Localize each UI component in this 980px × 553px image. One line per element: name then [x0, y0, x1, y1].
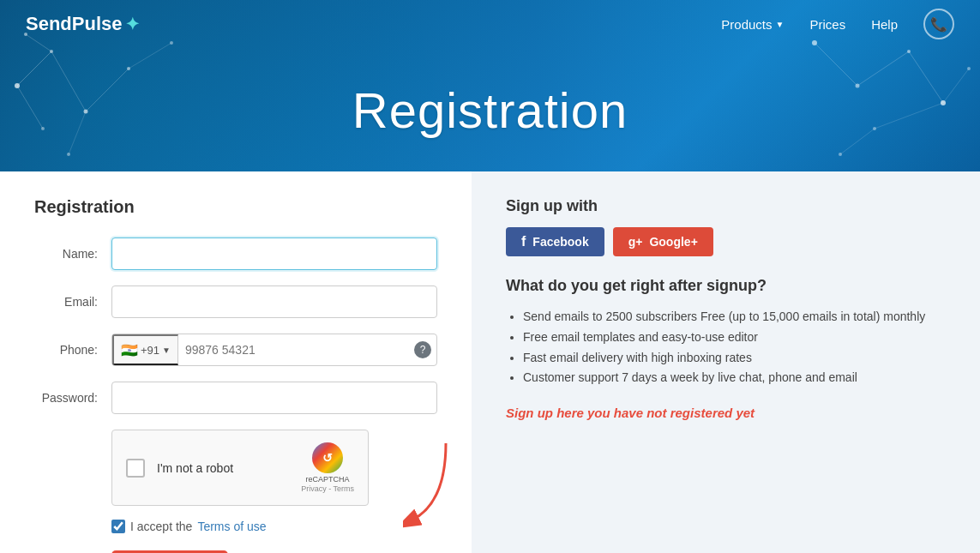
captcha-logo-area: ↺ reCAPTCHA Privacy - Terms [301, 442, 354, 493]
captcha-box[interactable]: I'm not a robot ↺ reCAPTCHA Privacy - Te… [111, 430, 369, 506]
facebook-icon: f [521, 234, 526, 249]
sign-up-with-title: Sign up with [506, 197, 954, 215]
phone-nav-button[interactable]: 📞 [923, 9, 954, 39]
logo: SendPulse ✦ [26, 13, 140, 35]
captcha-label: I'm not a robot [157, 461, 292, 475]
email-label: Email: [34, 295, 111, 309]
main-content: Registration Name: Email: Phone: 🇮🇳 +91 … [0, 171, 980, 553]
email-input[interactable] [111, 286, 437, 318]
phone-label: Phone: [34, 343, 111, 357]
name-row: Name: [34, 237, 437, 270]
benefit-item: Free email templates and easy-to-use edi… [523, 328, 954, 348]
captcha-row: I'm not a robot ↺ reCAPTCHA Privacy - Te… [111, 430, 437, 506]
captcha-links: Privacy - Terms [301, 484, 354, 493]
captcha-brand: reCAPTCHA [306, 475, 350, 484]
facebook-button[interactable]: f Facebook [506, 227, 604, 256]
benefit-item: Fast email delivery with high inboxing r… [523, 348, 954, 369]
phone-icon: 📞 [930, 16, 947, 33]
name-input[interactable] [111, 237, 437, 270]
phone-input[interactable] [178, 334, 409, 365]
phone-wrapper: 🇮🇳 +91 ▼ ? [111, 334, 437, 366]
what-get-title: What do you get right after signup? [506, 277, 954, 295]
password-label: Password: [34, 391, 111, 405]
captcha-checkbox[interactable] [126, 459, 145, 478]
help-nav-link[interactable]: Help [871, 17, 898, 32]
header-title-area: Registration [0, 48, 980, 171]
terms-text: I accept the [130, 520, 192, 533]
terms-checkbox[interactable] [111, 520, 125, 533]
facebook-label: Facebook [532, 235, 588, 249]
terms-row: I accept the Terms of use [111, 520, 437, 533]
benefit-item: Customer support 7 days a week by live c… [523, 368, 954, 388]
google-plus-icon: g+ [628, 235, 643, 249]
terms-of-use-link[interactable]: Terms of use [197, 520, 266, 533]
header: SendPulse ✦ Products ▼ Prices Help 📞 Reg… [0, 0, 980, 171]
country-code: +91 [141, 344, 159, 357]
password-input[interactable] [111, 382, 437, 414]
form-title: Registration [34, 197, 437, 217]
page-title: Registration [352, 81, 628, 139]
logo-icon: ✦ [125, 14, 140, 34]
benefits-list: Send emails to 2500 subscribers Free (up… [506, 307, 954, 388]
password-row: Password: [34, 382, 437, 414]
navigation: SendPulse ✦ Products ▼ Prices Help 📞 [0, 0, 980, 48]
social-buttons: f Facebook g+ Google+ [506, 227, 954, 256]
chevron-down-icon: ▼ [776, 20, 785, 29]
google-plus-button[interactable]: g+ Google+ [613, 227, 713, 256]
recaptcha-logo: ↺ [312, 442, 343, 473]
email-row: Email: [34, 286, 437, 318]
nav-links: Products ▼ Prices Help 📞 [721, 9, 954, 39]
logo-text: SendPulse [26, 13, 122, 35]
flag-dropdown-icon: ▼ [162, 346, 171, 355]
phone-row: Phone: 🇮🇳 +91 ▼ ? [34, 334, 437, 366]
phone-country-selector[interactable]: 🇮🇳 +91 ▼ [112, 334, 178, 365]
prices-nav-link[interactable]: Prices [809, 17, 845, 32]
registration-form-panel: Registration Name: Email: Phone: 🇮🇳 +91 … [0, 171, 472, 553]
callout-text: Sign up here you have not registered yet [506, 406, 954, 420]
right-panel: Sign up with f Facebook g+ Google+ What … [472, 171, 980, 553]
products-nav-link[interactable]: Products ▼ [721, 17, 784, 32]
google-plus-label: Google+ [649, 235, 697, 249]
phone-help-icon[interactable]: ? [414, 341, 431, 358]
name-label: Name: [34, 247, 111, 261]
benefit-item: Send emails to 2500 subscribers Free (up… [523, 307, 954, 328]
flag-icon: 🇮🇳 [121, 342, 138, 358]
